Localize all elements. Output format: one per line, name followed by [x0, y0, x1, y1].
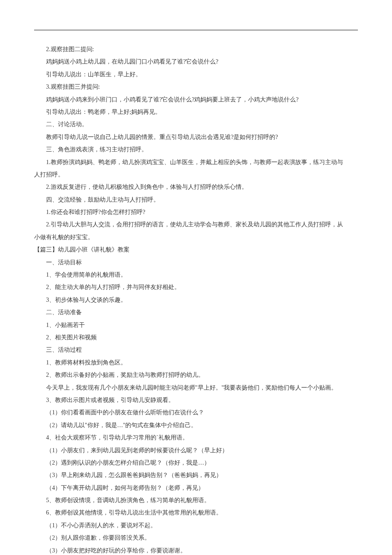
- paragraph: 一、活动目标: [34, 256, 358, 269]
- paragraph: 四、交流经验，鼓励幼儿主动与人打招呼。: [34, 194, 358, 206]
- paragraph: 2.引导幼儿大胆与人交流，会用打招呼的语言，使幼儿主动学会与教师、家长及幼儿园的…: [34, 218, 358, 231]
- paragraph: 3、初步体验与人交谈的乐趣。: [34, 294, 358, 306]
- paragraph: 2.游戏反复进行，使幼儿积极地投入到角色中，体验与人打招呼的快乐心情。: [34, 181, 358, 193]
- section-heading: 【篇三】幼儿园小班《讲礼貌》教案: [34, 243, 358, 256]
- paragraph: 今天早上，我发现有几个小朋友来幼儿园时能主动问老师"早上好。"我要表扬他们，奖励…: [34, 382, 358, 394]
- paragraph: （1）不小心弄洒别人的水，要说对不起。: [34, 519, 358, 532]
- paragraph: 三、角色游戏表演，练习主动打招呼。: [34, 143, 358, 156]
- paragraph: 1、小贴画若干: [34, 319, 358, 331]
- paragraph-continuation: 小做有礼貌的好宝宝。: [34, 231, 358, 243]
- paragraph: 3.观察挂图三并提问:: [34, 81, 358, 93]
- paragraph: （1）你们看看画面中的小朋友在做什么听听他们在说什么？: [34, 406, 358, 419]
- paragraph: （2）请幼儿以"你好，我是…"的句式在集体中介绍自己。: [34, 419, 358, 431]
- paragraph: 2、教师出示备好的小贴画，奖励主动与教师打招呼的幼儿。: [34, 369, 358, 381]
- paragraph: 1.你还会和谁打招呼?你会怎样打招呼?: [34, 206, 358, 218]
- paragraph: 教师引导幼儿说一说自己上幼儿园的情景。重点引导幼儿说出会遇见谁?是如何打招呼的?: [34, 131, 358, 143]
- document-body: 2.观察挂图二提问: 鸡妈妈送小鸡上幼儿园，在幼儿园门口小鸡看见了谁?它会说什么…: [34, 43, 358, 555]
- paragraph: （1）小朋友们，来到幼儿园见到老师的时候要说什么呢？（早上好）: [34, 444, 358, 457]
- paragraph: 2、相关图片和视频: [34, 331, 358, 344]
- paragraph: （3）小朋友把好吃的好玩的分享给你，你要说谢谢。: [34, 544, 358, 555]
- paragraph: 鸡妈妈送小鸡来到小班门口，小鸡看见了谁?它会说什么?鸡妈妈要上班去了，小鸡大声地…: [34, 93, 358, 106]
- paragraph: （2）遇到刚认识的小朋友怎样介绍自己呢？（你好，我是…）: [34, 457, 358, 469]
- paragraph: 二、活动准备: [34, 306, 358, 318]
- paragraph: 1、教师将材料投放到角色区。: [34, 356, 358, 369]
- paragraph: 引导幼儿说出：鸭老师，早上好;妈妈再见。: [34, 106, 358, 118]
- paragraph: 5、教师创设情境，音调幼儿扮演角色，练习简单的礼貌用语。: [34, 494, 358, 506]
- paragraph: 1、学会使用简单的礼貌用语。: [34, 269, 358, 281]
- paragraph: 4、社会大观察环节，引导幼儿学习常用的`礼貌用语。: [34, 431, 358, 444]
- paragraph: 引导幼儿说出：山羊医生，早上好。: [34, 68, 358, 81]
- paragraph-continuation: 人打招呼。: [34, 168, 358, 181]
- paragraph: （2）别人跟你道歉，你要回答没关系。: [34, 532, 358, 544]
- paragraph: 二、讨论活动。: [34, 118, 358, 130]
- paragraph: 6、教师创设其他情境，引导幼儿说出生活中其他常用的礼貌用语。: [34, 506, 358, 519]
- paragraph: 三、活动过程: [34, 344, 358, 356]
- paragraph: 2.观察挂图二提问:: [34, 43, 358, 55]
- paragraph: 2、能主动大单的与人打招呼，并与同伴友好相处。: [34, 281, 358, 293]
- paragraph: 鸡妈妈送小鸡上幼儿园，在幼儿园门口小鸡看见了谁?它会说什么?: [34, 55, 358, 68]
- paragraph: （3）早上刚来幼儿园，怎么跟爸爸妈妈告别？（爸爸妈妈，再见）: [34, 469, 358, 481]
- paragraph: 1.教师扮演鸡妈妈、鸭老师，幼儿扮演鸡宝宝、山羊医生，并戴上相应的头饰，与教师一…: [34, 156, 358, 168]
- top-divider: [34, 30, 358, 30]
- paragraph: 3、教师出示图片或者视频，引导幼儿安静观看。: [34, 394, 358, 406]
- paragraph: （4）下午离开幼儿园时，如何与老师告别？（老师，再见）: [34, 482, 358, 494]
